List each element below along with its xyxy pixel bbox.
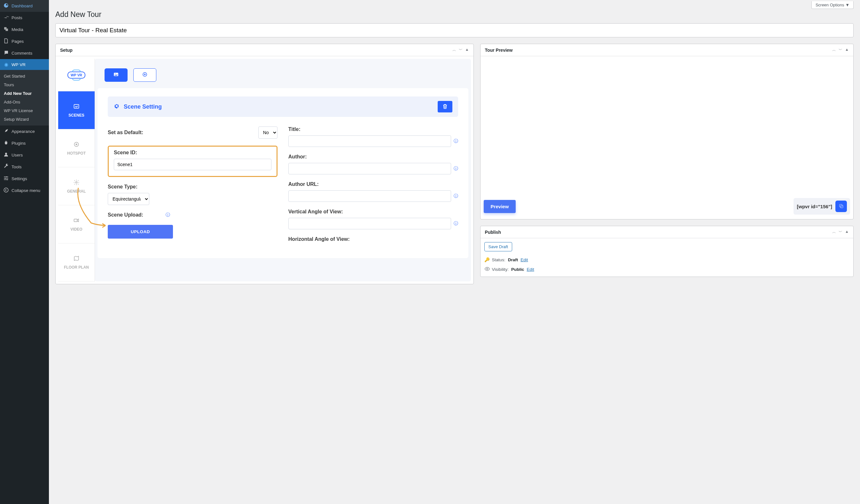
chevron-down-icon[interactable]: ﹀ — [838, 229, 842, 235]
copy-icon — [838, 203, 844, 210]
sub-add-new-tour[interactable]: Add New Tour — [0, 89, 49, 98]
sidebar-label: Pages — [12, 39, 24, 44]
sidebar-item-comments[interactable]: Comments — [0, 47, 49, 59]
svg-point-1 — [5, 178, 6, 179]
tab-general[interactable]: GENERAL — [58, 167, 95, 205]
info-icon[interactable]: ⓘ — [166, 212, 170, 218]
sidebar-item-settings[interactable]: Settings — [0, 173, 49, 184]
page-title: Add New Tour — [55, 10, 854, 19]
add-scene-button[interactable] — [133, 68, 156, 82]
preview-area — [484, 59, 850, 198]
sub-addons[interactable]: Add-Ons — [0, 98, 49, 106]
scene-id-input[interactable] — [114, 159, 271, 170]
save-draft-button[interactable]: Save Draft — [484, 242, 512, 251]
scene-thumb-button[interactable] — [104, 68, 128, 82]
sidebar-item-collapse[interactable]: Collapse menu — [0, 184, 49, 196]
chevron-up-icon[interactable]: ︿ — [832, 47, 836, 53]
caret-up-icon[interactable]: ▲ — [845, 47, 849, 53]
sidebar-item-plugins[interactable]: Plugins — [0, 137, 49, 149]
vertical-angle-input[interactable] — [288, 218, 451, 229]
image-icon — [73, 103, 80, 111]
tab-scenes[interactable]: SCENES — [58, 91, 95, 129]
scene-type-select[interactable]: Equirectangular — [108, 193, 149, 205]
status-value: Draft — [508, 257, 518, 262]
author-input[interactable] — [288, 163, 451, 174]
upload-button[interactable]: UPLOAD — [108, 225, 173, 239]
tab-label: FLOOR PLAN — [64, 265, 89, 270]
pin-icon — [3, 14, 9, 21]
tab-floor-plan[interactable]: FLOOR PLAN — [58, 243, 95, 281]
sidebar-item-pages[interactable]: Pages — [0, 35, 49, 47]
preview-button[interactable]: Preview — [484, 200, 516, 213]
vertical-tabs: WP VR SCENES — [58, 59, 95, 281]
setup-heading: Setup — [60, 48, 73, 53]
sidebar-item-wpvr[interactable]: ◉ WP VR — [0, 59, 49, 70]
sub-license[interactable]: WP VR License — [0, 106, 49, 115]
sub-tours[interactable]: Tours — [0, 80, 49, 89]
vertical-angle-label: Vertical Angle of View: — [288, 209, 458, 214]
caret-up-icon[interactable]: ▲ — [465, 47, 469, 53]
svg-point-0 — [6, 176, 8, 177]
sidebar-item-media[interactable]: Media — [0, 24, 49, 35]
tab-video[interactable]: VIDEO — [58, 205, 95, 243]
sidebar-label: Collapse menu — [12, 188, 40, 193]
wpvr-icon: ◉ — [3, 62, 9, 68]
edit-visibility-link[interactable]: Edit — [527, 267, 534, 272]
screen-options-button[interactable]: Screen Options ▼ — [812, 1, 854, 9]
svg-point-7 — [76, 181, 77, 183]
scene-type-label: Scene Type: — [108, 184, 277, 190]
tour-preview-panel: Tour Preview ︿ ﹀ ▲ Preview [wpvr id="15 — [480, 44, 854, 219]
set-default-select[interactable]: No — [258, 127, 277, 138]
info-icon[interactable]: ⓘ — [454, 138, 458, 144]
svg-rect-8 — [74, 219, 77, 221]
caret-down-icon: ▼ — [845, 2, 849, 8]
sub-get-started[interactable]: Get Started — [0, 72, 49, 80]
setup-panel: Setup ︿ ﹀ ▲ WP VR — [55, 44, 474, 284]
publish-heading: Publish — [485, 229, 501, 235]
svg-point-6 — [76, 144, 77, 145]
visibility-value: Public — [511, 267, 524, 272]
chevron-up-icon[interactable]: ︿ — [453, 47, 456, 53]
info-icon[interactable]: ⓘ — [454, 221, 458, 226]
tour-preview-heading: Tour Preview — [485, 48, 513, 53]
delete-scene-button[interactable] — [438, 101, 453, 113]
caret-up-icon[interactable]: ▲ — [845, 229, 849, 235]
author-label: Author: — [288, 154, 458, 160]
main-content: Screen Options ▼ Add New Tour Setup ︿ ﹀ … — [49, 0, 860, 504]
copy-shortcode-button[interactable] — [835, 201, 847, 212]
gauge-icon — [3, 2, 9, 9]
shortcode-text: [wpvr id="156"] — [797, 204, 832, 209]
edit-status-link[interactable]: Edit — [520, 257, 528, 262]
video-icon — [73, 217, 80, 225]
author-url-label: Author URL: — [288, 181, 458, 187]
brush-icon — [3, 128, 9, 135]
info-icon[interactable]: ⓘ — [454, 193, 458, 199]
sidebar-label: Comments — [12, 51, 32, 56]
svg-point-2 — [7, 179, 8, 180]
tour-title-input[interactable] — [55, 23, 854, 38]
comment-icon — [3, 50, 9, 57]
picture-icon — [113, 72, 119, 78]
tab-hotspot[interactable]: HOTSPOT — [58, 129, 95, 167]
map-icon — [73, 255, 80, 263]
sidebar-label: Posts — [12, 15, 23, 20]
chevron-down-icon[interactable]: ﹀ — [459, 47, 463, 53]
tab-label: GENERAL — [67, 189, 86, 194]
user-icon — [3, 152, 9, 159]
sidebar-item-dashboard[interactable]: Dashboard — [0, 0, 49, 12]
sidebar-item-users[interactable]: Users — [0, 149, 49, 161]
chevron-down-icon[interactable]: ﹀ — [838, 47, 842, 53]
sub-setup-wizard[interactable]: Setup Wizard — [0, 115, 49, 123]
chevron-up-icon[interactable]: ︿ — [832, 229, 836, 235]
info-icon[interactable]: ⓘ — [454, 166, 458, 172]
sidebar-label: Users — [12, 153, 23, 158]
author-url-input[interactable] — [288, 190, 451, 202]
sidebar-item-appearance[interactable]: Appearance — [0, 125, 49, 137]
plug-icon — [3, 140, 9, 147]
title-input[interactable] — [288, 135, 451, 147]
collapse-icon — [3, 187, 9, 194]
sidebar-item-posts[interactable]: Posts — [0, 12, 49, 24]
sidebar-item-tools[interactable]: Tools — [0, 161, 49, 173]
title-label: Title: — [288, 127, 458, 132]
sidebar-submenu: Get Started Tours Add New Tour Add-Ons W… — [0, 70, 49, 125]
